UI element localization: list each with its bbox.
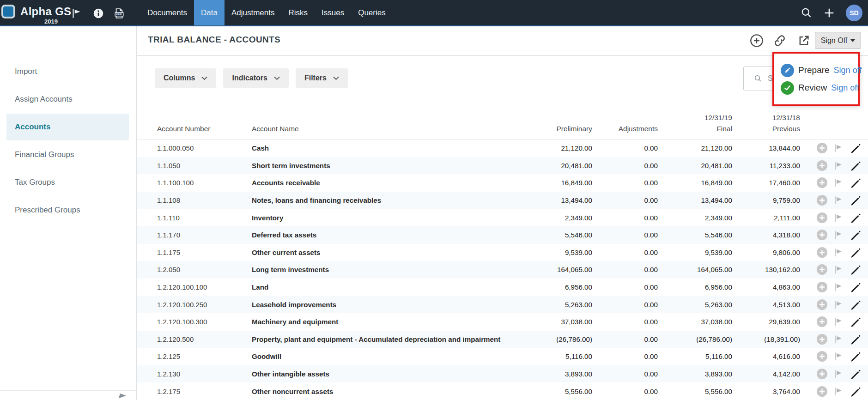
flag-icon[interactable] xyxy=(833,369,844,379)
account-number-cell: 1.1.110 xyxy=(157,214,252,222)
filters-dropdown-button[interactable]: Filters xyxy=(296,68,348,88)
add-icon[interactable] xyxy=(817,143,827,153)
edit-icon[interactable] xyxy=(849,263,862,276)
nav-item-queries[interactable]: Queries xyxy=(351,0,393,25)
account-number-cell: 1.1.108 xyxy=(157,196,252,204)
add-icon[interactable] xyxy=(817,177,827,188)
add-icon[interactable] xyxy=(817,247,827,258)
edit-icon[interactable] xyxy=(849,142,862,154)
sidebar-item-assign-accounts[interactable]: Assign Accounts xyxy=(6,86,129,113)
add-icon[interactable] xyxy=(817,299,827,310)
preliminary-cell: 164,065.00 xyxy=(504,266,592,273)
edit-icon[interactable] xyxy=(849,194,862,206)
nav-item-issues[interactable]: Issues xyxy=(315,0,351,25)
nav-item-adjustments[interactable]: Adjustments xyxy=(225,0,282,25)
flag-icon[interactable] xyxy=(833,212,844,223)
add-icon[interactable] xyxy=(817,334,827,345)
final-cell: 5,263.00 xyxy=(658,301,732,309)
edit-icon[interactable] xyxy=(849,298,862,311)
add-icon[interactable] xyxy=(817,369,827,379)
indicators-dropdown-button[interactable]: Indicators xyxy=(223,68,288,88)
edit-icon[interactable] xyxy=(849,281,862,293)
sign-off-link-prepare[interactable]: Sign off xyxy=(834,66,862,75)
account-number-cell: 1.2.120.100.300 xyxy=(157,318,252,326)
nav-item-data[interactable]: Data xyxy=(194,0,225,25)
flag-icon[interactable] xyxy=(833,299,844,310)
final-cell: 2,349.00 xyxy=(658,214,732,222)
flag-icon[interactable] xyxy=(833,143,844,153)
adjustments-cell: 0.00 xyxy=(592,388,658,395)
table-row: 1.2.175 Other noncurrent assets 5,556.00… xyxy=(137,382,868,400)
sign-off-dropdown-button[interactable]: Sign Off xyxy=(815,32,861,49)
flag-icon[interactable] xyxy=(833,282,844,292)
edit-icon[interactable] xyxy=(849,229,862,241)
flag-icon[interactable] xyxy=(833,230,844,240)
sidebar-item-import[interactable]: Import xyxy=(6,58,129,85)
flag-icon[interactable] xyxy=(833,195,844,206)
table-row: 1.1.110 Inventory 2,349.00 0.00 2,349.00… xyxy=(137,209,868,226)
signoff-stage-label: Prepare xyxy=(798,65,830,75)
row-actions xyxy=(800,212,868,224)
add-icon[interactable] xyxy=(823,6,836,19)
flag-icon[interactable] xyxy=(833,316,844,327)
add-icon[interactable] xyxy=(817,195,827,206)
table-row: 1.2.130 Other intangible assets 3,893.00… xyxy=(137,365,868,383)
flag-icon[interactable] xyxy=(833,177,844,188)
sidebar-item-tax-groups[interactable]: Tax Groups xyxy=(6,169,129,196)
row-actions xyxy=(800,368,868,380)
sidebar-item-financial-groups[interactable]: Financial Groups xyxy=(6,141,129,168)
sidebar-collapse-button[interactable] xyxy=(119,394,129,400)
edit-icon[interactable] xyxy=(849,246,862,259)
edit-icon[interactable] xyxy=(849,159,862,172)
table-row: 1.1.175 Other current assets 9,539.00 0.… xyxy=(137,244,868,261)
previous-header: 12/31/18Previous xyxy=(732,112,800,139)
row-actions xyxy=(800,385,868,398)
flag-icon[interactable] xyxy=(69,6,83,20)
info-icon[interactable] xyxy=(91,6,105,20)
edit-icon[interactable] xyxy=(849,385,862,398)
search-icon[interactable] xyxy=(801,7,813,19)
previous-cell: 4,513.00 xyxy=(732,301,800,309)
edit-icon[interactable] xyxy=(849,212,862,224)
edit-icon[interactable] xyxy=(849,315,862,328)
sidebar-item-label: Financial Groups xyxy=(15,150,74,159)
edit-icon[interactable] xyxy=(849,368,862,380)
account-number-cell: 1.2.175 xyxy=(157,388,252,395)
table-row: 1.1.170 Deferred tax assets 5,546.00 0.0… xyxy=(137,226,868,244)
columns-dropdown-button[interactable]: Columns xyxy=(155,68,216,88)
sidebar: ImportAssign AccountsAccountsFinancial G… xyxy=(0,26,137,400)
table-row: 1.2.120.100.100 Land 6,956.00 0.00 6,956… xyxy=(137,279,868,296)
flag-icon[interactable] xyxy=(833,334,844,345)
table-row: 1.2.125 Goodwill 5,116.00 0.00 5,116.00 … xyxy=(137,348,868,365)
add-icon[interactable] xyxy=(817,386,827,397)
circle-plus-icon[interactable] xyxy=(749,33,764,48)
row-actions xyxy=(800,298,868,311)
nav-item-risks[interactable]: Risks xyxy=(281,0,315,25)
nav-right-cluster: SD xyxy=(801,0,862,25)
account-name-cell: Accounts receivable xyxy=(252,179,504,187)
flag-icon[interactable] xyxy=(833,160,844,171)
flag-icon[interactable] xyxy=(833,386,844,397)
add-icon[interactable] xyxy=(817,316,827,327)
user-avatar[interactable]: SD xyxy=(846,5,862,21)
link-icon[interactable] xyxy=(772,33,787,48)
flag-icon[interactable] xyxy=(833,247,844,258)
edit-icon[interactable] xyxy=(849,176,862,189)
add-icon[interactable] xyxy=(817,230,827,240)
nav-item-documents[interactable]: Documents xyxy=(140,0,194,25)
sidebar-item-prescribed-groups[interactable]: Prescribed Groups xyxy=(6,197,129,224)
sidebar-item-accounts[interactable]: Accounts xyxy=(6,114,129,140)
add-icon[interactable] xyxy=(817,351,827,362)
add-icon[interactable] xyxy=(817,212,827,223)
flag-icon[interactable] xyxy=(833,351,844,362)
add-icon[interactable] xyxy=(817,264,827,275)
edit-icon[interactable] xyxy=(849,350,862,363)
edit-icon[interactable] xyxy=(849,333,862,345)
flag-icon[interactable] xyxy=(833,264,844,275)
add-icon[interactable] xyxy=(817,282,827,292)
export-icon[interactable] xyxy=(796,33,811,48)
sign-off-link-review[interactable]: Sign off xyxy=(831,83,859,93)
xbrl-icon[interactable]: XBRL xyxy=(112,6,126,20)
add-icon[interactable] xyxy=(817,160,827,171)
adjustments-cell: 0.00 xyxy=(592,352,658,360)
